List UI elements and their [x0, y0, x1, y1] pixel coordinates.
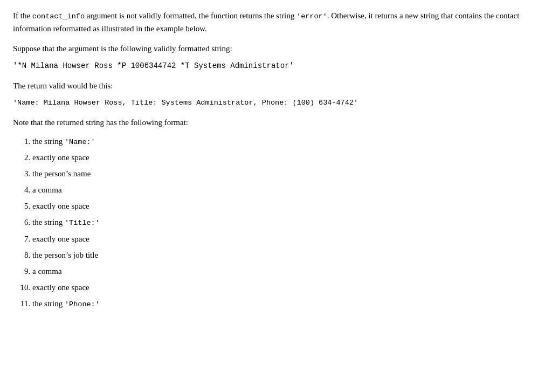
- list-item: exactly one space: [32, 232, 539, 245]
- return-paragraph: The return valid would be this:: [13, 80, 539, 92]
- name-code: 'Name:': [65, 138, 95, 146]
- list-item: exactly one space: [32, 281, 539, 294]
- suppose-text: Suppose that the argument is the followi…: [13, 44, 232, 53]
- contact-info-code: contact_info: [32, 12, 85, 20]
- list-item-text: exactly one space: [32, 283, 89, 292]
- list-item-text: the string 'Phone:': [32, 299, 100, 308]
- input-example-code: '*N Milana Howser Ross *P 1006344742 *T …: [13, 60, 539, 72]
- format-list: the string 'Name:' exactly one space the…: [32, 135, 539, 311]
- list-item: a comma: [32, 183, 539, 196]
- list-item: the string 'Name:': [32, 135, 539, 148]
- list-item-text: the person’s name: [32, 169, 91, 178]
- note-paragraph: Note that the returned string has the fo…: [13, 116, 539, 129]
- list-item: the string 'Phone:': [32, 297, 539, 311]
- note-label-text: Note that the returned string has the fo…: [13, 118, 188, 127]
- list-item: the person’s job title: [32, 249, 539, 262]
- suppose-paragraph: Suppose that the argument is the followi…: [13, 43, 539, 55]
- intro-text-1: If the: [13, 11, 32, 20]
- list-item-text: exactly one space: [32, 202, 89, 210]
- list-item: the person’s name: [32, 167, 539, 180]
- list-item: a comma: [32, 265, 539, 278]
- phone-code: 'Phone:': [65, 300, 100, 308]
- list-item-text: the string 'Title:': [32, 218, 100, 226]
- list-item-text: exactly one space: [32, 153, 89, 162]
- intro-paragraph: If the contact_info argument is not vali…: [13, 10, 539, 35]
- list-item: exactly one space: [32, 200, 539, 212]
- list-item-text: a comma: [32, 185, 62, 194]
- title-code: 'Title:': [65, 219, 100, 227]
- intro-text-2: argument is not validly formatted, the f…: [85, 11, 296, 20]
- list-item: exactly one space: [32, 151, 539, 164]
- list-item-text: exactly one space: [32, 235, 89, 243]
- return-label-text: The return valid would be this:: [13, 81, 113, 90]
- error-code: 'error': [296, 12, 327, 20]
- output-example-code: 'Name: Milana Howser Ross, Title: System…: [13, 98, 539, 109]
- list-item: the string 'Title:': [32, 216, 539, 229]
- list-item-text: a comma: [32, 267, 62, 276]
- list-item-text: the string 'Name:': [32, 137, 95, 146]
- list-item-text: the person’s job title: [32, 251, 98, 259]
